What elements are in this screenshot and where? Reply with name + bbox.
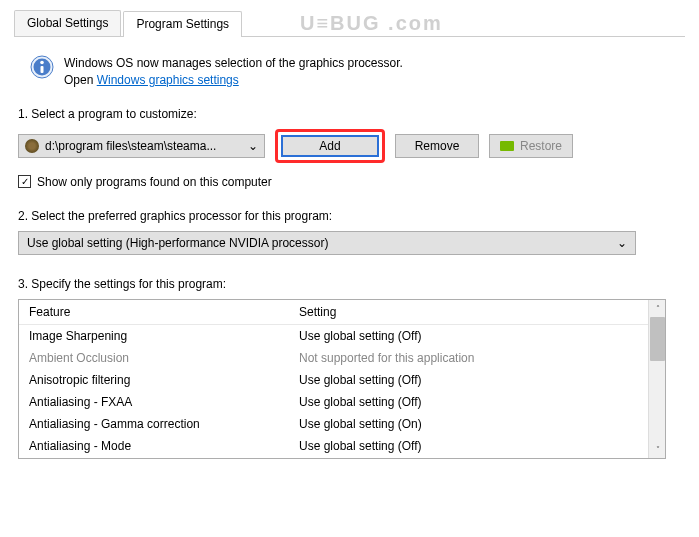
restore-button-label: Restore (520, 139, 562, 153)
table-row[interactable]: Antialiasing - SettingUse global setting… (19, 457, 665, 459)
remove-button[interactable]: Remove (395, 134, 479, 158)
section3-label: 3. Specify the settings for this program… (18, 277, 681, 291)
table-row[interactable]: Antialiasing - ModeUse global setting (O… (19, 435, 665, 457)
program-app-icon (25, 139, 39, 153)
nvidia-icon (500, 141, 514, 151)
cell-setting: Use global setting (Off) (289, 437, 665, 455)
info-line2: Open Windows graphics settings (64, 72, 403, 89)
table-row[interactable]: Antialiasing - FXAAUse global setting (O… (19, 391, 665, 413)
tab-global-settings[interactable]: Global Settings (14, 10, 121, 36)
chevron-down-icon: ⌄ (617, 236, 627, 250)
gpu-processor-dropdown[interactable]: Use global setting (High-performance NVI… (18, 231, 636, 255)
cell-feature: Antialiasing - FXAA (19, 393, 289, 411)
info-text: Windows OS now manages selection of the … (64, 55, 403, 89)
svg-rect-2 (41, 66, 44, 73)
table-row[interactable]: Image SharpeningUse global setting (Off) (19, 325, 665, 347)
cell-setting: Not supported for this application (289, 349, 665, 367)
cell-setting: Use global setting (Off) (289, 393, 665, 411)
windows-graphics-settings-link[interactable]: Windows graphics settings (97, 73, 239, 87)
scrollbar[interactable]: ˄ ˅ (648, 300, 665, 458)
cell-feature: Anisotropic filtering (19, 371, 289, 389)
table-row[interactable]: Antialiasing - Gamma correctionUse globa… (19, 413, 665, 435)
info-line1: Windows OS now manages selection of the … (64, 55, 403, 72)
table-body: Image SharpeningUse global setting (Off)… (19, 325, 665, 459)
cell-feature: Antialiasing - Mode (19, 437, 289, 455)
column-header-setting[interactable]: Setting (289, 300, 665, 324)
cell-feature: Antialiasing - Gamma correction (19, 415, 289, 433)
info-icon (30, 55, 54, 79)
info-line2-prefix: Open (64, 73, 97, 87)
content-area: Windows OS now manages selection of the … (0, 37, 699, 471)
chevron-down-icon: ⌄ (248, 139, 258, 153)
program-select-text: d:\program files\steam\steama... (45, 139, 244, 153)
scroll-down-arrow[interactable]: ˅ (649, 441, 666, 458)
scroll-up-arrow[interactable]: ˄ (649, 300, 666, 317)
info-banner: Windows OS now manages selection of the … (30, 55, 669, 89)
gpu-select-text: Use global setting (High-performance NVI… (27, 236, 617, 250)
column-header-feature[interactable]: Feature (19, 300, 289, 324)
show-only-found-row: ✓ Show only programs found on this compu… (18, 175, 681, 189)
cell-setting: Use global setting (Off) (289, 327, 665, 345)
table-row[interactable]: Anisotropic filteringUse global setting … (19, 369, 665, 391)
add-button-highlight: Add (275, 129, 385, 163)
table-row[interactable]: Ambient OcclusionNot supported for this … (19, 347, 665, 369)
show-only-found-label: Show only programs found on this compute… (37, 175, 272, 189)
program-select-dropdown[interactable]: d:\program files\steam\steama... ⌄ (18, 134, 265, 158)
tab-bar: Global Settings Program Settings (14, 10, 685, 37)
table-header: Feature Setting (19, 300, 665, 325)
cell-feature: Ambient Occlusion (19, 349, 289, 367)
svg-point-3 (40, 61, 44, 65)
settings-table: Feature Setting Image SharpeningUse glob… (18, 299, 666, 459)
tab-program-settings[interactable]: Program Settings (123, 11, 242, 37)
section2-label: 2. Select the preferred graphics process… (18, 209, 681, 223)
cell-feature: Image Sharpening (19, 327, 289, 345)
program-row: d:\program files\steam\steama... ⌄ Add R… (18, 129, 681, 163)
section1-label: 1. Select a program to customize: (18, 107, 681, 121)
show-only-found-checkbox[interactable]: ✓ (18, 175, 31, 188)
cell-setting: Use global setting (Off) (289, 371, 665, 389)
cell-setting: Use global setting (On) (289, 415, 665, 433)
add-button[interactable]: Add (281, 135, 379, 157)
scroll-thumb[interactable] (650, 317, 665, 361)
restore-button[interactable]: Restore (489, 134, 573, 158)
